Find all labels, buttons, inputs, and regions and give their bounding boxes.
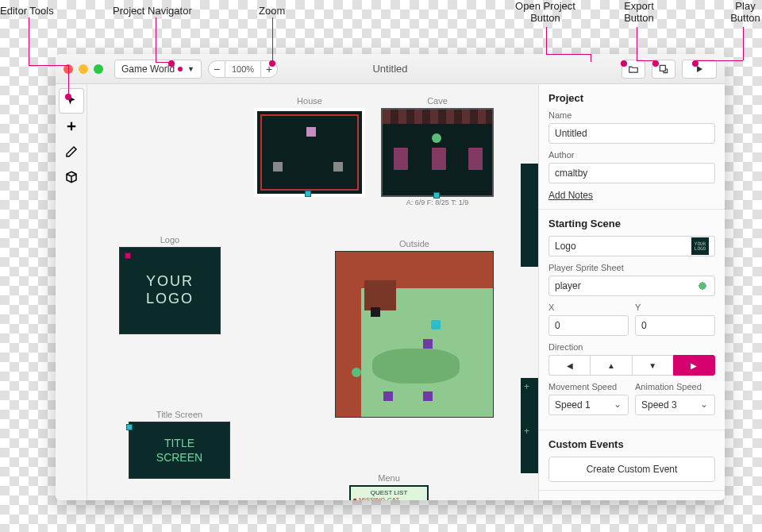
anno-export: Export Button	[615, 0, 663, 24]
y-input[interactable]: 0	[635, 315, 715, 336]
scene-label-menu: Menu	[349, 473, 429, 483]
select-tool[interactable]	[60, 89, 83, 113]
scene-offscreen-right-1[interactable]	[521, 164, 538, 267]
project-heading: Project	[548, 92, 715, 104]
scene-logo[interactable]: YOUR LOGO	[119, 247, 221, 334]
scene-label-cave: Cave	[381, 96, 494, 106]
anno-play: Play Button	[725, 0, 762, 24]
erase-tool[interactable]	[60, 140, 83, 164]
direction-down-button[interactable]: ▼	[632, 355, 673, 376]
author-input[interactable]: cmaltby	[548, 163, 715, 183]
scene-label-logo: Logo	[119, 235, 221, 245]
move-speed-select[interactable]: Speed 1	[548, 395, 629, 415]
navigator-indicator-icon	[178, 67, 183, 71]
plus-icon	[64, 119, 79, 133]
logo-thumb-icon: YOUR LOGO	[691, 237, 709, 255]
zoom-value: 100%	[225, 60, 260, 78]
sprite-label: Player Sprite Sheet	[548, 263, 715, 272]
add-notes-link[interactable]: Add Notes	[548, 190, 593, 201]
minimize-window-icon[interactable]	[79, 64, 88, 74]
anno-open-project: Open Project Button	[510, 0, 581, 24]
direction-label: Direction	[548, 342, 715, 352]
name-input[interactable]: Untitled	[548, 123, 715, 144]
zoom-out-button[interactable]: −	[208, 60, 225, 78]
anim-speed-label: Animation Speed	[635, 382, 715, 391]
author-label: Author	[548, 150, 715, 160]
x-label: X	[548, 303, 629, 312]
sprite-thumb-icon	[696, 279, 709, 292]
play-button[interactable]	[682, 60, 717, 79]
x-input[interactable]: 0	[548, 315, 629, 336]
starting-scene-heading: Starting Scene	[548, 218, 715, 229]
world-canvas[interactable]: House Cave A: 6/	[87, 84, 538, 500]
editor-tools-panel	[56, 84, 87, 500]
svg-rect-0	[660, 65, 665, 71]
folder-icon	[628, 64, 639, 75]
cube-icon	[64, 170, 79, 184]
window-title: Untitled	[372, 63, 407, 75]
sprite-select[interactable]: player	[548, 276, 715, 296]
direction-group: ◀ ▲ ▼ ▶	[548, 355, 715, 376]
move-speed-label: Movement Speed	[548, 382, 629, 391]
menu-item: ■ MISSING CAT	[353, 496, 425, 500]
y-label: Y	[635, 303, 715, 312]
starting-scene-select[interactable]: Logo YOUR LOGO	[548, 236, 715, 256]
anno-project-navigator: Project Navigator	[113, 5, 192, 17]
anno-zoom: Zoom	[259, 5, 285, 17]
direction-left-button[interactable]: ◀	[548, 355, 590, 376]
maximize-window-icon[interactable]	[94, 64, 103, 74]
direction-right-button[interactable]: ▶	[673, 355, 715, 376]
chevron-down-icon: ▼	[187, 65, 194, 73]
properties-sidebar: Project Name Untitled Author cmaltby Add…	[538, 84, 725, 500]
anim-speed-select[interactable]: Speed 3	[635, 395, 715, 415]
scene-label-house: House	[254, 96, 365, 106]
scene-info-cave: A: 6/9 F: 8/25 T: 1/9	[381, 199, 494, 206]
direction-up-button[interactable]: ▲	[590, 355, 631, 376]
custom-events-heading: Custom Events	[548, 438, 715, 450]
navigator-value: Game World	[121, 64, 175, 75]
scene-title[interactable]: TITLE SCREEN	[129, 422, 230, 479]
window-controls	[64, 64, 103, 74]
scene-label-outside: Outside	[335, 239, 494, 249]
create-custom-event-button[interactable]: Create Custom Event	[548, 457, 715, 482]
scene-menu[interactable]: QUEST LIST ■ MISSING CAT	[349, 485, 429, 500]
scene-outside[interactable]	[335, 251, 494, 418]
scene-label-title: Title Screen	[129, 410, 230, 419]
menu-title: QUEST LIST	[353, 489, 425, 496]
zoom-controls: − 100% +	[208, 60, 278, 78]
app-window: Game World ▼ − 100% + Untitled	[56, 54, 725, 500]
eraser-icon	[64, 145, 79, 159]
add-tool[interactable]	[60, 114, 83, 138]
scene-offscreen-right-2[interactable]: ++	[521, 378, 538, 473]
export-icon	[658, 64, 669, 75]
logo-text: YOUR LOGO	[146, 273, 194, 307]
title-text: TITLE SCREEN	[156, 436, 202, 465]
anno-editor-tools: Editor Tools	[0, 5, 54, 17]
collision-tool[interactable]	[60, 165, 83, 189]
scene-cave[interactable]	[381, 108, 494, 197]
scene-house[interactable]	[254, 108, 365, 197]
name-label: Name	[548, 110, 715, 120]
